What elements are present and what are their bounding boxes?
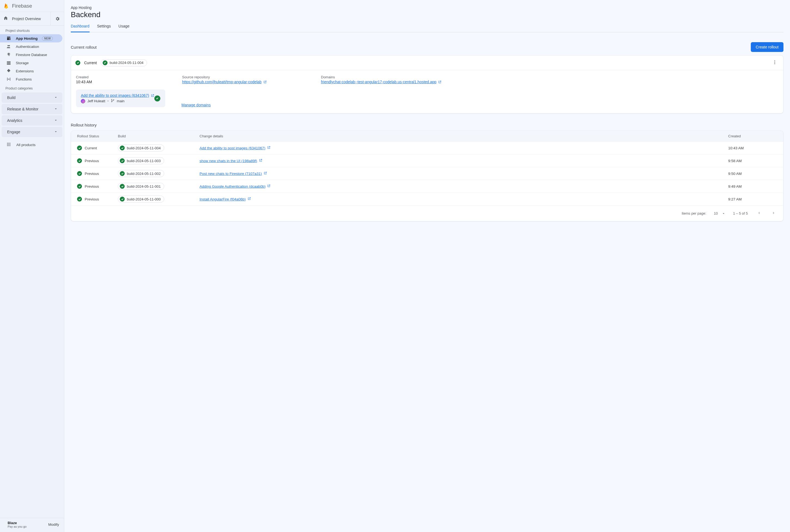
card-menu-button[interactable]	[771, 59, 779, 66]
settings-gear-button[interactable]	[50, 12, 64, 25]
row-status: Previous	[85, 172, 99, 176]
change-link[interactable]: Adding Google Authentication (dcaab0b)	[200, 184, 271, 189]
row-status: Previous	[85, 185, 99, 189]
category-release-monitor[interactable]: Release & Monitor	[2, 104, 62, 114]
chevron-down-icon	[54, 107, 58, 112]
table-row: Previousbuild-2024-05-11-003show new cha…	[71, 154, 783, 167]
build-chip[interactable]: build-2024-05-11-004	[101, 59, 147, 66]
current-rollout-title: Current rollout	[71, 45, 97, 50]
svg-rect-11	[8, 145, 9, 146]
change-link[interactable]: Post new chats to Firestore (7107a31)	[200, 171, 267, 176]
category-analytics[interactable]: Analytics	[2, 115, 62, 126]
external-link-icon	[259, 158, 262, 163]
plan-modify-button[interactable]: Modify	[48, 522, 59, 527]
prev-page-button[interactable]	[755, 209, 763, 217]
table-header: Rollout Status Build Change details Crea…	[71, 131, 783, 141]
domains-label: Domains	[321, 75, 442, 79]
chevron-left-icon	[756, 210, 761, 215]
build-chip[interactable]: build-2024-05-11-000	[118, 195, 164, 203]
plan-sub: Pay as you go	[7, 525, 27, 528]
svg-rect-4	[7, 143, 8, 144]
app-hosting-icon	[6, 36, 12, 41]
svg-point-3	[9, 79, 10, 79]
build-chip[interactable]: build-2024-05-11-001	[118, 183, 164, 190]
row-build: build-2024-05-11-003	[127, 159, 161, 163]
svg-point-15	[774, 63, 775, 64]
row-status: Current	[85, 146, 97, 150]
build-chip-label: build-2024-05-11-004	[110, 61, 144, 65]
next-page-button[interactable]	[770, 209, 777, 217]
breadcrumb[interactable]: App Hosting	[71, 5, 784, 10]
sidebar-item-authentication[interactable]: Authentication	[0, 42, 62, 51]
change-link[interactable]: Install AngularFire (f04a06b)	[200, 197, 251, 201]
sidebar-item-app-hosting[interactable]: App Hosting NEW	[0, 34, 62, 42]
row-change: Install AngularFire (f04a06b)	[200, 197, 246, 201]
sidebar-item-functions[interactable]: Functions	[0, 75, 62, 83]
col-build: Build	[118, 134, 200, 138]
status-success-icon	[77, 158, 82, 163]
external-link-icon	[438, 80, 442, 84]
table-row: Previousbuild-2024-05-11-002Post new cha…	[71, 167, 783, 180]
row-created: 9:49 AM	[728, 185, 777, 189]
home-icon	[3, 16, 8, 21]
row-created: 9:58 AM	[728, 159, 777, 163]
domain-link[interactable]: friendlychat-codelab--test-angular17-cod…	[321, 80, 442, 84]
chevron-right-icon	[771, 210, 776, 215]
category-label: Release & Monitor	[7, 107, 38, 111]
firebase-logo-icon	[3, 2, 10, 10]
change-link[interactable]: show new chats in the UI (198a89f)	[200, 158, 262, 163]
functions-icon	[6, 77, 12, 81]
repo-link[interactable]: https://github.com/jhuleatt/tmp-angular-…	[182, 80, 267, 84]
status-success-icon	[103, 60, 108, 65]
build-chip[interactable]: build-2024-05-11-002	[118, 170, 164, 177]
plan-bar: Blaze Pay as you go Modify	[0, 518, 64, 532]
category-label: Engage	[7, 130, 20, 134]
table-row: Previousbuild-2024-05-11-001Adding Googl…	[71, 180, 783, 193]
categories-header: Product categories	[0, 83, 64, 92]
row-created: 10:43 AM	[728, 146, 777, 150]
external-link-icon	[267, 146, 271, 150]
status-success-icon	[77, 197, 82, 202]
sidebar-item-storage[interactable]: Storage	[0, 59, 62, 67]
chevron-down-icon	[54, 130, 58, 135]
history-title: Rollout history	[71, 123, 784, 127]
main: App Hosting Backend Dashboard Settings U…	[64, 0, 790, 532]
manage-domains-link[interactable]: Manage domains	[182, 103, 211, 107]
svg-rect-7	[7, 144, 8, 145]
row-change: Add the ability to post images (6341067)	[200, 146, 265, 150]
author-avatar	[81, 99, 85, 103]
category-build[interactable]: Build	[2, 93, 62, 103]
tab-dashboard[interactable]: Dashboard	[71, 22, 90, 32]
build-chip[interactable]: build-2024-05-11-003	[118, 157, 164, 164]
change-link[interactable]: Add the ability to post images (6341067)	[200, 146, 271, 150]
commit-link[interactable]: Add the ability to post images (6341067)	[81, 93, 154, 98]
sidebar-item-extensions[interactable]: Extensions	[0, 67, 62, 75]
chevron-down-icon	[54, 95, 58, 100]
logo-bar[interactable]: Firebase	[0, 0, 64, 12]
tabs: Dashboard Settings Usage	[71, 22, 784, 32]
category-engage[interactable]: Engage	[2, 127, 62, 137]
tab-usage[interactable]: Usage	[118, 22, 129, 32]
svg-point-2	[8, 79, 9, 79]
category-label: Analytics	[7, 118, 22, 123]
project-overview-link[interactable]: Project Overview	[0, 16, 50, 21]
sidebar-item-firestore[interactable]: Firestore Database	[0, 51, 62, 59]
all-products-link[interactable]: All products	[0, 138, 64, 149]
items-per-page-select[interactable]: 10	[714, 211, 725, 215]
firebase-wordmark: Firebase	[12, 3, 32, 9]
table-row: Previousbuild-2024-05-11-000Install Angu…	[71, 193, 783, 205]
tab-settings[interactable]: Settings	[97, 22, 111, 32]
sidebar-item-label: App Hosting	[16, 36, 38, 40]
commit-box: Add the ability to post images (6341067)…	[76, 90, 165, 107]
row-change: show new chats in the UI (198a89f)	[200, 159, 257, 163]
created-label: Created	[76, 75, 158, 79]
authentication-icon	[6, 44, 12, 49]
build-chip[interactable]: build-2024-05-11-004	[118, 145, 164, 152]
col-status: Rollout Status	[77, 134, 118, 138]
row-created: 9:50 AM	[728, 172, 777, 176]
create-rollout-button[interactable]: Create rollout	[751, 42, 784, 52]
firestore-icon	[6, 52, 12, 57]
svg-rect-9	[10, 144, 10, 145]
svg-rect-8	[8, 144, 9, 145]
repo-url: https://github.com/jhuleatt/tmp-angular-…	[182, 80, 262, 84]
